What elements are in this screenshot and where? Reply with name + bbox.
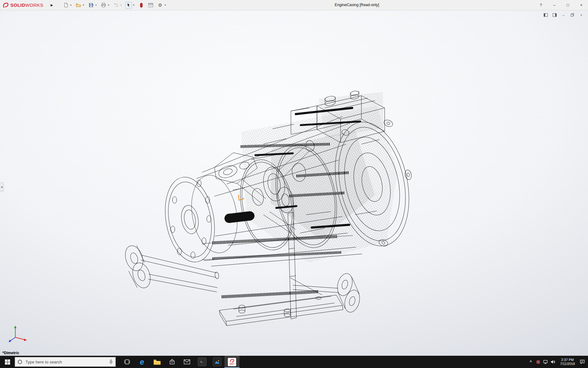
edge-icon: e	[140, 358, 144, 366]
new-dropdown-caret[interactable]: ▾	[70, 4, 72, 6]
undo-dropdown-caret[interactable]: ▾	[120, 4, 123, 6]
save-floppy-icon	[89, 3, 93, 7]
open-button[interactable]	[75, 2, 82, 9]
solidworks-app-icon: 2017	[228, 358, 236, 366]
graphics-area[interactable]: – × ◀ *Dimetric	[0, 10, 588, 356]
engine-wireframe-model	[0, 0, 588, 368]
windows-logo-icon	[5, 359, 10, 365]
tray-app-button[interactable]	[535, 356, 541, 368]
solidworks-taskbar-button[interactable]: 2017	[224, 356, 239, 368]
brand-solid: SOLID	[10, 2, 25, 8]
close-button[interactable]: ×	[575, 0, 588, 10]
start-button[interactable]	[0, 356, 15, 368]
action-center-icon	[580, 359, 585, 364]
brand-works: WORKS	[25, 2, 43, 8]
select-tool-button[interactable]	[125, 2, 132, 9]
solidworks-logo: SOLIDWORKS	[0, 2, 49, 8]
task-pane-collapse-tab[interactable]: ◀	[0, 182, 4, 192]
maximize-button[interactable]: □	[561, 0, 575, 10]
doc-restore-icon	[571, 13, 574, 17]
clock-time: 2:37 PM	[557, 358, 578, 362]
file-explorer-icon	[153, 359, 161, 365]
command-prompt-button[interactable]: >_	[194, 356, 209, 368]
edge-browser-button[interactable]: e	[134, 356, 149, 368]
photos-button[interactable]	[209, 356, 224, 368]
options-gear-icon: ⚙	[158, 3, 162, 7]
file-explorer-button[interactable]	[149, 356, 164, 368]
search-input[interactable]	[25, 359, 107, 365]
save-dropdown-caret[interactable]: ▾	[95, 4, 97, 6]
quick-toolbar: ▾ ▾ ▾	[62, 2, 169, 9]
doc-close-button[interactable]: ×	[578, 13, 584, 17]
store-button[interactable]	[164, 356, 179, 368]
screen: SOLIDWORKS ▶ ▾ ▾	[0, 0, 588, 368]
new-document-button[interactable]	[62, 2, 69, 9]
undo-button[interactable]	[113, 2, 119, 9]
network-button[interactable]	[542, 356, 549, 368]
rebuild-icon	[139, 3, 143, 8]
speaker-icon	[550, 360, 555, 364]
chevron-up-icon: ^	[530, 360, 532, 364]
mail-envelope-icon	[184, 359, 190, 364]
network-icon	[543, 360, 548, 364]
solidworks-year-label: 2017	[230, 363, 235, 365]
app-titlebar: SOLIDWORKS ▶ ▾ ▾	[0, 0, 588, 10]
orientation-triad[interactable]	[6, 324, 30, 344]
print-icon	[101, 3, 106, 7]
select-dropdown-caret[interactable]: ▾	[132, 4, 135, 6]
pane-right-button[interactable]	[552, 13, 558, 17]
mail-button[interactable]	[179, 356, 194, 368]
print-dropdown-caret[interactable]: ▾	[107, 4, 110, 6]
select-arrow-icon	[126, 3, 131, 7]
new-document-icon	[64, 3, 68, 7]
menu-flyout-arrow[interactable]: ▶	[49, 3, 55, 7]
minimize-button[interactable]: –	[548, 0, 561, 10]
cortana-icon	[17, 359, 22, 364]
clock-date: 7/11/2018	[557, 362, 578, 366]
doc-minimize-button[interactable]: –	[560, 13, 567, 17]
document-title: EngineCasing [Read-only]	[335, 0, 379, 10]
rebuild-button[interactable]	[138, 2, 145, 9]
tray-overflow-chevron[interactable]: ^	[527, 356, 534, 368]
view-orientation-label: *Dimetric	[2, 351, 19, 355]
taskbar-search[interactable]	[15, 357, 116, 367]
pane-right-icon	[552, 13, 557, 17]
document-window-controls: – ×	[543, 13, 584, 17]
volume-button[interactable]	[549, 356, 556, 368]
photos-icon	[213, 358, 221, 366]
pane-left-icon	[544, 13, 548, 17]
origin-marker	[238, 195, 244, 200]
windows-taskbar: e >_	[0, 356, 588, 368]
action-center-button[interactable]	[579, 356, 586, 368]
microphone-icon[interactable]	[109, 359, 113, 364]
save-button[interactable]	[88, 2, 94, 9]
help-button[interactable]: ?	[534, 0, 548, 10]
options-dropdown-caret[interactable]: ▾	[164, 4, 167, 6]
open-dropdown-caret[interactable]: ▾	[82, 4, 85, 6]
system-tray: ^ 2:37 PM	[527, 356, 588, 368]
print-button[interactable]	[100, 2, 107, 9]
options-button[interactable]: ⚙	[157, 2, 164, 9]
file-properties-button[interactable]	[147, 2, 154, 9]
window-controls: ? – □ ×	[534, 0, 588, 10]
properties-sheet-icon	[148, 3, 153, 7]
task-view-button[interactable]	[119, 356, 134, 368]
undo-icon	[114, 3, 119, 7]
doc-restore-button[interactable]	[569, 13, 575, 17]
store-bag-icon	[169, 359, 175, 365]
command-prompt-icon: >_	[198, 358, 206, 366]
ds-logo-icon	[2, 2, 9, 8]
open-folder-icon	[76, 3, 81, 7]
task-view-icon	[124, 359, 130, 365]
tray-app-icon	[536, 360, 540, 364]
pane-left-button[interactable]	[543, 13, 549, 17]
taskbar-clock[interactable]: 2:37 PM 7/11/2018	[557, 358, 578, 366]
